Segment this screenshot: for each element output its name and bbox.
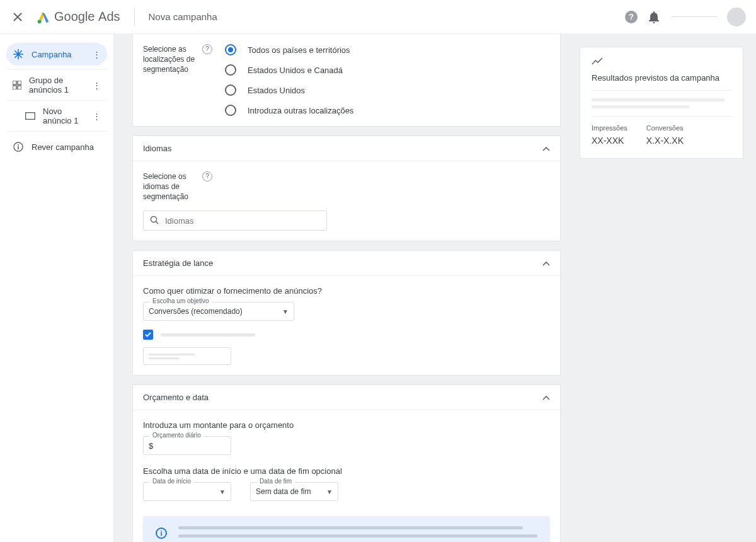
daily-budget-input[interactable]: Orçamento diário $ (143, 436, 231, 455)
budget-dates-prompt: Escolha uma data de início e uma data de… (143, 466, 550, 476)
sidebar-adgroup-label: Grupo de anúncios 1 (29, 76, 85, 95)
location-option-all[interactable]: Todos os países e territórios (225, 44, 353, 55)
conversions-value: X.X-X.XK (646, 136, 684, 146)
notifications-icon[interactable] (646, 9, 662, 25)
languages-card: Idiomas Selecione os idiomas de segmenta… (132, 136, 561, 241)
currency-symbol: $ (149, 441, 153, 451)
dropdown-arrow-icon: ▼ (326, 488, 333, 495)
end-date-select[interactable]: Data de fim Sem data de fim ▼ (250, 482, 338, 501)
sidebar-item-campaign[interactable]: Campanha ⋮ (6, 43, 107, 66)
bidding-card: Estratégia de lance Como quer otimizar o… (132, 250, 561, 376)
svg-rect-3 (13, 81, 16, 84)
locations-label: Selecione as localizações de segmentação (143, 44, 198, 74)
help-icon[interactable]: ? (624, 9, 639, 25)
start-date-label: Data de início (150, 478, 193, 485)
locations-radio-group: Todos os países e territórios Estados Un… (225, 44, 353, 116)
radio-icon (225, 84, 236, 96)
header-placeholder-line (672, 16, 717, 17)
close-button[interactable] (10, 9, 25, 25)
asterisk-icon (13, 49, 24, 59)
svg-rect-4 (18, 81, 21, 84)
forecast-title: Resultados previstos da campanha (592, 73, 731, 83)
bidding-header[interactable]: Estratégia de lance (133, 251, 560, 276)
start-date-select[interactable]: Data de início ▼ (143, 482, 231, 501)
radio-icon (225, 64, 236, 76)
ad-icon (25, 112, 35, 120)
impressions-value: XX-XXK (592, 136, 627, 146)
location-option-us-canada[interactable]: Estados Unidos e Canadá (225, 64, 353, 76)
more-icon[interactable]: ⋮ (93, 81, 101, 90)
language-search-input[interactable] (165, 216, 320, 226)
svg-point-11 (151, 216, 157, 222)
svg-rect-10 (18, 146, 19, 149)
info-icon: i (156, 528, 167, 539)
trend-icon (592, 57, 731, 67)
bidding-subfield[interactable] (143, 347, 231, 365)
budget-amount-prompt: Introduza um montante para o orçamento (143, 420, 550, 430)
radio-icon (225, 105, 236, 116)
location-option-other[interactable]: Introduza outras localizações (225, 105, 353, 116)
svg-point-0 (38, 20, 42, 23)
sidebar-item-adgroup[interactable]: Grupo de anúncios 1 ⋮ (6, 74, 107, 96)
end-date-value: Sem data de fim (256, 487, 311, 496)
conversions-label: Conversões (646, 124, 684, 132)
budget-header[interactable]: Orçamento e data (133, 385, 560, 410)
dropdown-arrow-icon: ▼ (282, 308, 289, 315)
location-opt3-label: Estados Unidos (248, 86, 305, 95)
svg-rect-6 (18, 86, 21, 89)
svg-text:?: ? (629, 12, 634, 21)
svg-rect-5 (13, 86, 16, 89)
objective-select[interactable]: Escolha um objetivo Conversões (recomend… (143, 302, 294, 321)
sidebar-campaign-label: Campanha (32, 50, 72, 59)
page-title: Nova campanha (149, 11, 217, 22)
languages-header[interactable]: Idiomas (133, 136, 560, 161)
info-icon (13, 142, 24, 152)
daily-budget-label: Orçamento diário (150, 432, 203, 439)
logo-text-ads: Ads (98, 9, 120, 23)
location-option-us[interactable]: Estados Unidos (225, 84, 353, 96)
more-icon[interactable]: ⋮ (93, 50, 101, 59)
sidebar-item-review[interactable]: Rever campanha (6, 136, 107, 158)
checkbox-label-placeholder (161, 333, 255, 337)
budget-title: Orçamento e data (143, 393, 209, 402)
logo-text-google: Google (54, 9, 95, 23)
sidebar-item-newad[interactable]: Novo anúncio 1 ⋮ (6, 105, 107, 127)
header-divider (134, 8, 135, 26)
languages-label: Selecione os idiomas de segmentação (143, 171, 198, 202)
sidebar-newad-label: Novo anúncio 1 (43, 107, 85, 125)
impressions-label: Impressões (592, 124, 627, 132)
budget-card: Orçamento e data Introduza um montante p… (132, 384, 561, 542)
more-icon[interactable]: ⋮ (93, 112, 101, 121)
sidebar-review-label: Rever campanha (32, 142, 94, 152)
google-ads-logo: Google Ads (37, 9, 120, 24)
chevron-up-icon (542, 144, 550, 153)
grid-icon (13, 81, 21, 89)
avatar[interactable] (727, 8, 746, 26)
help-icon[interactable]: ? (202, 171, 212, 182)
location-opt4-label: Introduza outras localizações (248, 106, 353, 115)
search-icon (150, 216, 159, 226)
dropdown-arrow-icon: ▼ (219, 488, 226, 495)
objective-float-label: Escolha um objetivo (150, 297, 212, 304)
bidding-question: Como quer otimizar o fornecimento de anú… (143, 286, 550, 296)
svg-rect-7 (26, 113, 35, 120)
language-search[interactable] (143, 210, 327, 231)
end-date-label: Data de fim (257, 478, 294, 485)
languages-title: Idiomas (143, 144, 172, 153)
forecast-card: Resultados previstos da campanha Impress… (580, 47, 743, 159)
bidding-checkbox[interactable] (143, 330, 153, 340)
help-icon[interactable]: ? (202, 44, 212, 54)
bidding-title: Estratégia de lance (143, 258, 213, 268)
chevron-up-icon (542, 393, 550, 402)
radio-icon (225, 44, 236, 55)
location-opt2-label: Estados Unidos e Canadá (248, 66, 343, 75)
budget-info-banner: i (143, 516, 550, 542)
svg-point-9 (18, 144, 19, 146)
location-opt1-label: Todos os países e territórios (248, 45, 350, 55)
chevron-up-icon (542, 258, 550, 268)
objective-value: Conversões (recomendado) (149, 307, 243, 316)
locations-card: Selecione as localizações de segmentação… (132, 34, 561, 127)
